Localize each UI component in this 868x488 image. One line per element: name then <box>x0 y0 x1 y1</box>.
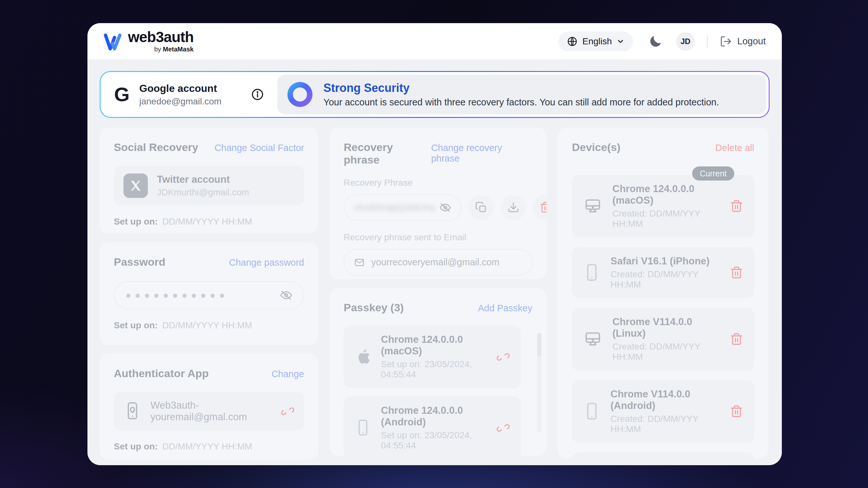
password-field[interactable]: ●●●●●●●●●●● <box>114 281 304 310</box>
desktop-icon <box>583 196 603 216</box>
recovery-phrase-label: Recovery Phrase <box>344 178 532 188</box>
security-banner: G Google account janedoe@gmail.com <box>100 71 770 118</box>
passkey-scrollbar-track <box>537 333 541 432</box>
delete-device-icon[interactable] <box>730 199 743 213</box>
device-row: Chrome V114.0.0 (Linux) Created: DD/MM/Y… <box>572 452 754 458</box>
passkey-card: Passkey (3) Add Passkey Chrome 124.0.0.0… <box>330 288 547 456</box>
unlink-icon[interactable] <box>496 350 510 364</box>
header-actions: English JD Logout <box>558 31 766 52</box>
trash-icon <box>539 201 547 214</box>
copy-icon <box>475 201 487 214</box>
delete-all-devices-link[interactable]: Delete all <box>715 143 754 153</box>
authenticator-title: Authenticator App <box>114 367 209 380</box>
recovery-phrase-card: Recovery phrase Change recovery phrase R… <box>330 128 547 279</box>
twitter-account-title: Twitter account <box>157 174 249 185</box>
google-icon: G <box>114 85 129 104</box>
password-masked-value: ●●●●●●●●●●● <box>125 290 280 301</box>
delete-device-icon[interactable] <box>730 332 743 346</box>
authenticator-phone-icon <box>123 401 142 421</box>
info-icon[interactable] <box>251 88 264 101</box>
passkey-list: Chrome 124.0.0.0 (macOS) Set up on: 23/0… <box>344 325 532 456</box>
smartphone-icon <box>583 263 601 282</box>
twitter-account-email: JDKmurthi@gmail.com <box>157 187 249 198</box>
recovery-email-label: Recovery phrase sent to Email <box>344 232 532 242</box>
social-recovery-card: Social Recovery Change Social Factor Twi… <box>100 128 318 233</box>
smartphone-icon <box>354 419 371 437</box>
password-setup-on: Set up on:DD/MM/YYYY HH:MM <box>114 320 304 331</box>
language-label: English <box>582 36 612 46</box>
passkey-row: Chrome 124.0.0.0 (Android) Set up on: 23… <box>344 396 521 456</box>
security-status-section: Strong Security Your account is secured … <box>277 74 766 115</box>
add-passkey-link[interactable]: Add Passkey <box>478 303 532 314</box>
column-middle: Recovery phrase Change recovery phrase R… <box>330 128 547 460</box>
provider-title: Google account <box>139 83 221 94</box>
eye-off-icon[interactable] <box>439 201 452 214</box>
desktop-icon <box>583 329 603 349</box>
column-left: Social Recovery Change Social Factor Twi… <box>100 128 318 460</box>
change-recovery-phrase-link[interactable]: Change recovery phrase <box>431 143 532 164</box>
device-row: Chrome V114.0.0 (Android) Created: DD/MM… <box>572 380 754 443</box>
recovery-phrase-field[interactable]: xKw93mdpQz84Lfnq <box>344 194 462 221</box>
top-bar: web3auth by MetaMask English <box>88 23 782 59</box>
device-row: Chrome V114.0.0 (Linux) Created: DD/MM/Y… <box>572 308 754 370</box>
logout-label: Logout <box>737 36 766 46</box>
password-card: Password Change password ●●●●●●●●●●● S <box>100 242 318 345</box>
factors-grid: Social Recovery Change Social Factor Twi… <box>100 128 770 460</box>
logout-button[interactable]: Logout <box>720 35 766 47</box>
apple-icon <box>354 348 371 366</box>
delete-phrase-button[interactable] <box>533 195 547 220</box>
dashboard-body: G Google account janedoe@gmail.com <box>88 59 782 465</box>
globe-icon <box>567 36 578 47</box>
desktop-background: web3auth by MetaMask English <box>0 0 868 488</box>
current-device-badge: Current <box>692 166 734 181</box>
authenticator-account: Web3auth-youremail@gmal.com <box>151 400 272 423</box>
chevron-down-icon <box>616 37 625 45</box>
unlink-icon[interactable] <box>281 404 294 418</box>
device-row: Current Chrome 124.0.0.0 (macOS) Created… <box>572 175 754 237</box>
x-twitter-icon <box>123 173 148 198</box>
web3auth-logo: web3auth by MetaMask <box>102 30 193 53</box>
passkey-title: Passkey (3) <box>344 301 404 314</box>
devices-card: Device(s) Delete all Current <box>558 128 768 458</box>
recovery-phrase-masked: xKw93mdpQz84Lfnq <box>354 203 435 213</box>
devices-title: Device(s) <box>572 141 620 154</box>
social-recovery-title: Social Recovery <box>114 141 198 154</box>
smartphone-icon <box>583 402 601 421</box>
change-social-factor-link[interactable]: Change Social Factor <box>214 143 304 153</box>
download-icon <box>507 201 520 214</box>
web3auth-w-icon <box>102 32 123 51</box>
unlink-icon[interactable] <box>496 421 510 435</box>
authenticator-card: Authenticator App Change <box>100 354 318 460</box>
twitter-account-row: Twitter account JDKmurthi@gmail.com <box>114 166 304 206</box>
logout-icon <box>720 35 732 47</box>
recovery-email-value: yourrecoveryemail@gmail.com <box>371 257 500 268</box>
delete-device-icon[interactable] <box>730 405 743 418</box>
download-phrase-button[interactable] <box>501 195 526 220</box>
mail-icon <box>354 257 365 268</box>
security-status-description: Your account is secured with three recov… <box>323 97 719 108</box>
passkey-scrollbar-thumb[interactable] <box>537 333 541 357</box>
device-row: Safari V16.1 (iPhone) Created: DD/MM/YYY… <box>572 247 754 298</box>
passkey-row: Chrome 124.0.0.0 (macOS) Set up on: 23/0… <box>344 325 521 388</box>
logo-wordmark: web3auth <box>128 30 193 44</box>
app-window: web3auth by MetaMask English <box>88 23 782 465</box>
copy-phrase-button[interactable] <box>469 195 494 220</box>
column-right: Device(s) Delete all Current <box>558 128 768 460</box>
header-divider <box>707 35 708 47</box>
provider-email: janedoe@gmail.com <box>139 96 221 107</box>
change-password-link[interactable]: Change password <box>229 257 304 268</box>
user-avatar[interactable]: JD <box>676 32 695 51</box>
devices-list: Current Chrome 124.0.0.0 (macOS) Created… <box>572 175 754 458</box>
eye-off-icon[interactable] <box>280 289 292 302</box>
authenticator-setup-on: Set up on:DD/MM/YYYY HH:MM <box>114 442 304 452</box>
delete-device-icon[interactable] <box>730 266 743 280</box>
recovery-phrase-title: Recovery phrase <box>344 141 431 166</box>
change-authenticator-link[interactable]: Change <box>271 369 304 380</box>
authenticator-account-row: Web3auth-youremail@gmal.com <box>114 392 304 430</box>
security-score-donut <box>287 82 312 107</box>
language-selector[interactable]: English <box>558 31 633 52</box>
dark-mode-toggle-moon-icon[interactable] <box>648 34 663 49</box>
recovery-email-field[interactable]: yourrecoveryemail@gmail.com <box>344 249 532 275</box>
security-status-title: Strong Security <box>323 81 719 95</box>
logo-byline: by MetaMask <box>154 45 193 53</box>
